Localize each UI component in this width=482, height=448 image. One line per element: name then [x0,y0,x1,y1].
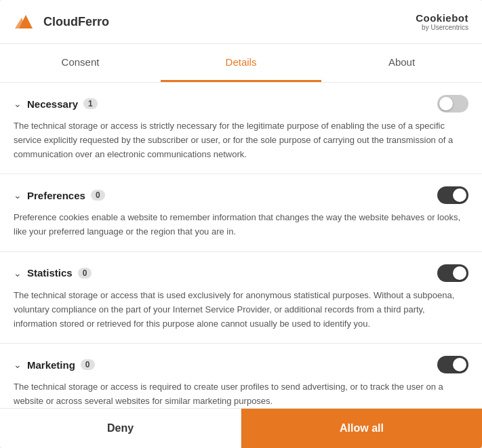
section-statistics-title: Statistics [27,267,73,279]
tab-details[interactable]: Details [161,44,321,82]
section-marketing-badge: 0 [81,359,95,370]
section-preferences-desc: Preference cookies enable a website to r… [14,211,468,239]
section-preferences-left: ⌄ Preferences 0 [14,190,105,201]
section-statistics: ⌄ Statistics 0 The technical storage or … [0,252,482,344]
section-preferences-title: Preferences [27,190,85,201]
section-marketing-header: ⌄ Marketing 0 [14,356,468,373]
toggle-necessary [437,95,468,113]
company-name: CloudFerro [43,15,109,29]
section-preferences-header: ⌄ Preferences 0 [14,186,468,204]
allow-all-button[interactable]: Allow all [241,409,482,448]
section-marketing-left: ⌄ Marketing 0 [14,359,95,371]
toggle-statistics-wrapper [437,264,468,282]
section-preferences: ⌄ Preferences 0 Preference cookies enabl… [0,174,482,252]
section-necessary-header: ⌄ Necessary 1 [14,95,468,113]
section-necessary-badge: 1 [83,98,98,109]
cookiebot-by: by Usercentrics [422,24,468,31]
chevron-statistics-icon[interactable]: ⌄ [14,268,22,279]
deny-button[interactable]: Deny [0,409,241,448]
modal-header: CloudFerro Cookiebot by Usercentrics [0,0,482,44]
chevron-marketing-icon[interactable]: ⌄ [14,359,22,370]
tab-bar: Consent Details About [0,44,482,83]
section-statistics-badge: 0 [78,268,92,279]
section-statistics-header: ⌄ Statistics 0 [14,264,468,282]
toggle-marketing[interactable] [437,356,468,373]
chevron-preferences-icon[interactable]: ⌄ [14,190,22,201]
section-necessary-desc: The technical storage or access is stric… [14,119,468,161]
modal-footer: Deny Allow all [0,408,482,448]
toggle-statistics[interactable] [437,264,468,282]
cookie-consent-modal: CloudFerro Cookiebot by Usercentrics Con… [0,0,482,448]
toggle-necessary-wrapper [437,95,468,113]
toggle-preferences-wrapper [437,186,468,204]
toggle-preferences-thumb [453,188,466,202]
toggle-preferences[interactable] [437,186,468,204]
tab-content: ⌄ Necessary 1 The technical storage or a… [0,83,482,408]
section-necessary: ⌄ Necessary 1 The technical storage or a… [0,83,482,174]
cookiebot-name: Cookiebot [416,12,468,24]
toggle-necessary-thumb [439,97,453,110]
chevron-necessary-icon[interactable]: ⌄ [14,98,22,109]
cookiebot-brand: Cookiebot by Usercentrics [416,12,468,31]
section-marketing-desc: The technical storage or access is requi… [14,380,468,408]
toggle-marketing-thumb [453,358,466,371]
section-statistics-desc: The technical storage or access that is … [14,289,468,331]
tab-about[interactable]: About [321,44,482,82]
section-marketing-title: Marketing [27,359,75,371]
section-statistics-left: ⌄ Statistics 0 [14,267,92,279]
company-logo: CloudFerro [14,9,109,34]
toggle-statistics-thumb [453,266,466,280]
section-marketing: ⌄ Marketing 0 The technical storage or a… [0,344,482,408]
toggle-marketing-wrapper [437,356,468,373]
section-necessary-title: Necessary [27,98,78,110]
cloudferro-logo-icon [14,9,38,34]
section-necessary-left: ⌄ Necessary 1 [14,98,98,110]
section-preferences-badge: 0 [91,190,105,201]
tab-consent[interactable]: Consent [0,44,161,82]
